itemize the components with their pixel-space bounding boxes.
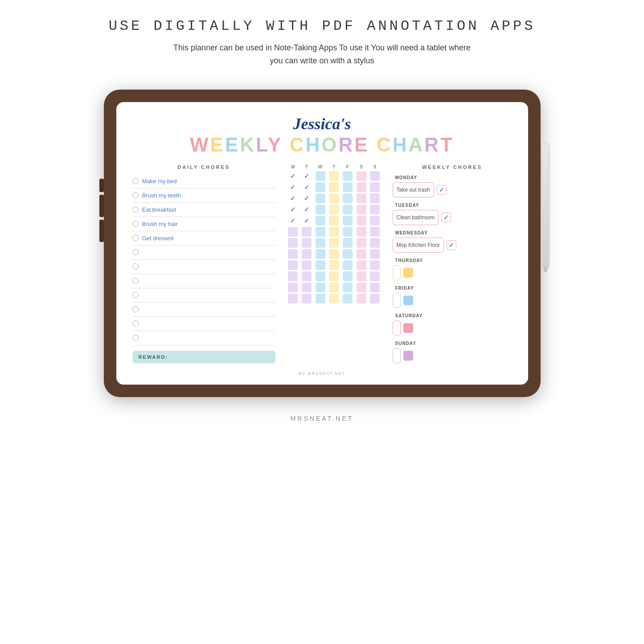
chore-checkbox-8[interactable] — [132, 278, 139, 284]
grid-cell[interactable] — [370, 249, 380, 259]
grid-cell[interactable] — [288, 271, 298, 281]
weekly-check-wednesday[interactable]: ✓ — [447, 240, 456, 250]
grid-cell[interactable] — [329, 227, 339, 237]
grid-cell[interactable]: ✓ — [302, 193, 312, 203]
grid-cell[interactable]: ✓ — [288, 216, 298, 226]
chore-checkbox-4[interactable] — [132, 221, 139, 227]
grid-cell[interactable] — [329, 205, 339, 214]
grid-cell[interactable] — [357, 271, 366, 281]
grid-cell[interactable] — [288, 260, 298, 270]
grid-cell[interactable] — [370, 193, 380, 203]
grid-cell[interactable] — [316, 283, 325, 292]
grid-cell[interactable] — [302, 283, 312, 292]
grid-cell[interactable] — [370, 216, 380, 226]
grid-cell[interactable] — [329, 271, 339, 281]
weekly-check-saturday[interactable] — [403, 323, 413, 333]
grid-cell[interactable] — [370, 271, 380, 281]
grid-cell[interactable] — [357, 294, 366, 304]
grid-cell[interactable] — [302, 238, 312, 248]
grid-cell[interactable] — [343, 182, 353, 192]
grid-cell[interactable] — [329, 294, 339, 304]
chore-checkbox-7[interactable] — [132, 263, 139, 270]
grid-cell[interactable] — [357, 216, 366, 226]
grid-cell[interactable]: ✓ — [288, 193, 298, 203]
grid-cell[interactable] — [316, 238, 325, 248]
grid-cell[interactable] — [329, 238, 339, 248]
grid-cell[interactable] — [329, 249, 339, 259]
grid-cell[interactable] — [329, 171, 339, 181]
grid-cell[interactable] — [370, 171, 380, 181]
grid-cell[interactable] — [316, 171, 325, 181]
grid-cell[interactable] — [302, 294, 312, 304]
chore-checkbox-3[interactable] — [132, 206, 139, 213]
grid-cell[interactable] — [302, 271, 312, 281]
grid-cell[interactable] — [370, 238, 380, 248]
grid-cell[interactable] — [357, 238, 366, 248]
grid-cell[interactable] — [357, 249, 366, 259]
grid-cell[interactable] — [329, 182, 339, 192]
grid-cell[interactable] — [343, 249, 353, 259]
grid-cell[interactable] — [370, 283, 380, 292]
grid-cell[interactable] — [329, 193, 339, 203]
grid-cell[interactable] — [370, 205, 380, 214]
weekly-check-monday[interactable]: ✓ — [437, 185, 447, 195]
chore-checkbox-10[interactable] — [132, 306, 139, 312]
grid-cell[interactable] — [343, 205, 353, 214]
grid-cell[interactable] — [357, 171, 366, 181]
grid-cell[interactable] — [316, 205, 325, 214]
grid-cell[interactable] — [343, 238, 353, 248]
grid-cell[interactable] — [316, 193, 325, 203]
grid-cell[interactable] — [343, 283, 353, 292]
grid-cell[interactable] — [343, 271, 353, 281]
grid-cell[interactable] — [316, 249, 325, 259]
grid-cell[interactable] — [288, 283, 298, 292]
weekly-check-sunday[interactable] — [403, 351, 413, 361]
grid-cell[interactable]: ✓ — [288, 205, 298, 214]
grid-cell[interactable] — [343, 294, 353, 304]
grid-cell[interactable] — [302, 249, 312, 259]
weekly-check-thursday[interactable] — [403, 268, 413, 278]
chore-checkbox-11[interactable] — [132, 320, 139, 327]
grid-cell[interactable] — [357, 283, 366, 292]
grid-cell[interactable] — [343, 171, 353, 181]
chore-checkbox-2[interactable] — [132, 192, 139, 198]
weekly-check-tuesday[interactable]: ✓ — [441, 213, 451, 222]
chore-checkbox-1[interactable] — [132, 178, 139, 184]
grid-cell[interactable] — [302, 260, 312, 270]
grid-cell[interactable] — [316, 294, 325, 304]
grid-cell[interactable]: ✓ — [288, 182, 298, 192]
grid-cell[interactable] — [343, 260, 353, 270]
grid-cell[interactable] — [302, 227, 312, 237]
grid-cell[interactable]: ✓ — [302, 171, 312, 181]
grid-cell[interactable] — [370, 294, 380, 304]
weekly-check-friday[interactable] — [403, 295, 413, 305]
chore-checkbox-6[interactable] — [132, 249, 139, 255]
grid-cell[interactable] — [343, 227, 353, 237]
grid-cell[interactable] — [329, 216, 339, 226]
grid-cell[interactable] — [343, 216, 353, 226]
grid-cell[interactable] — [329, 260, 339, 270]
grid-cell[interactable] — [316, 216, 325, 226]
grid-cell[interactable] — [357, 260, 366, 270]
grid-cell[interactable] — [357, 227, 366, 237]
grid-cell[interactable]: ✓ — [288, 171, 298, 181]
grid-cell[interactable] — [288, 238, 298, 248]
chore-checkbox-5[interactable] — [132, 235, 139, 241]
grid-cell[interactable] — [329, 283, 339, 292]
grid-cell[interactable]: ✓ — [302, 182, 312, 192]
grid-cell[interactable] — [316, 260, 325, 270]
grid-cell[interactable] — [316, 227, 325, 237]
grid-cell[interactable] — [357, 193, 366, 203]
chore-checkbox-12[interactable] — [132, 335, 139, 341]
grid-cell[interactable] — [370, 227, 380, 237]
grid-cell[interactable]: ✓ — [302, 216, 312, 226]
grid-cell[interactable] — [357, 205, 366, 214]
grid-cell[interactable] — [288, 227, 298, 237]
grid-cell[interactable] — [288, 249, 298, 259]
grid-cell[interactable] — [370, 260, 380, 270]
grid-cell[interactable]: ✓ — [302, 205, 312, 214]
grid-cell[interactable] — [343, 193, 353, 203]
grid-cell[interactable] — [316, 271, 325, 281]
grid-cell[interactable] — [316, 182, 325, 192]
grid-cell[interactable] — [370, 182, 380, 192]
